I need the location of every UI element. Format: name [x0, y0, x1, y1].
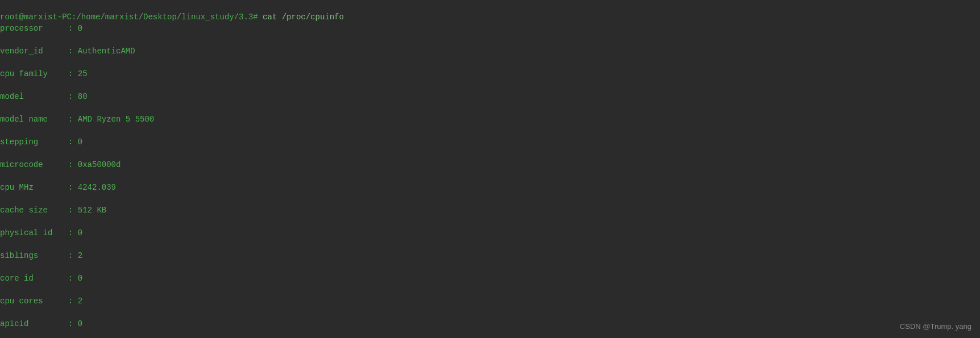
key-microcode: microcode: [0, 159, 68, 170]
val-processor: 0: [78, 24, 82, 33]
val-stepping: 0: [78, 137, 82, 147]
sep: :: [68, 47, 78, 56]
sep: :: [68, 115, 78, 124]
key-siblings: siblings: [0, 250, 68, 261]
val-model-name: AMD Ryzen 5 5500: [78, 115, 154, 124]
val-core-id: 0: [78, 274, 82, 283]
key-stepping: stepping: [0, 136, 68, 148]
key-processor: processor: [0, 23, 68, 34]
val-cpu-cores: 2: [78, 297, 82, 306]
sep: :: [68, 251, 78, 260]
key-cache-size: cache size: [0, 205, 68, 216]
row-cpu-cores: cpu cores: 2: [0, 295, 980, 307]
prompt-path: :/home/marxist/Desktop/linux_study/3.3#: [72, 12, 258, 22]
row-cpu-family: cpu family: 25: [0, 68, 980, 80]
key-cpu-family: cpu family: [0, 68, 68, 80]
row-vendor-id: vendor_id: AuthenticAMD: [0, 45, 980, 57]
row-apicid: apicid: 0: [0, 318, 980, 329]
key-physical-id: physical id: [0, 227, 68, 239]
row-microcode: microcode: 0xa50000d: [0, 159, 980, 170]
val-cache-size: 512 KB: [78, 206, 106, 215]
row-processor: processor: 0: [0, 23, 980, 34]
key-cpu-mhz: cpu MHz: [0, 182, 68, 193]
sep: :: [68, 206, 78, 215]
row-physical-id: physical id: 0: [0, 227, 980, 239]
sep: :: [68, 160, 78, 169]
val-physical-id: 0: [78, 228, 82, 237]
prompt-userhost: root@marxist-PC: [0, 12, 72, 22]
sep: :: [68, 24, 78, 33]
row-siblings: siblings: 2: [0, 250, 980, 261]
val-model: 80: [78, 92, 88, 101]
command-text: cat /proc/cpuinfo: [263, 12, 344, 22]
val-cpu-family: 25: [78, 69, 88, 78]
key-core-id: core id: [0, 273, 68, 284]
row-stepping: stepping: 0: [0, 136, 980, 148]
key-model: model: [0, 91, 68, 102]
val-siblings: 2: [78, 251, 82, 260]
key-apicid: apicid: [0, 318, 68, 329]
val-vendor-id: AuthenticAMD: [78, 47, 135, 56]
row-model: model: 80: [0, 91, 980, 102]
sep: :: [68, 274, 78, 283]
val-microcode: 0xa50000d: [78, 160, 121, 169]
row-cache-size: cache size: 512 KB: [0, 205, 980, 216]
terminal-output[interactable]: root@marxist-PC:/home/marxist/Desktop/li…: [0, 0, 980, 338]
val-cpu-mhz: 4242.039: [78, 183, 116, 192]
sep: :: [68, 137, 78, 147]
row-core-id: core id: 0: [0, 273, 980, 284]
row-cpu-mhz: cpu MHz: 4242.039: [0, 182, 980, 193]
val-apicid: 0: [78, 319, 82, 328]
sep: :: [68, 297, 78, 306]
key-model-name: model name: [0, 114, 68, 125]
row-model-name: model name: AMD Ryzen 5 5500: [0, 114, 980, 125]
key-cpu-cores: cpu cores: [0, 295, 68, 307]
sep: :: [68, 92, 78, 101]
sep: :: [68, 319, 78, 328]
sep: :: [68, 183, 78, 192]
shell-prompt: root@marxist-PC:/home/marxist/Desktop/li…: [0, 12, 344, 22]
key-vendor-id: vendor_id: [0, 45, 68, 57]
sep: :: [68, 228, 78, 237]
watermark-text: CSDN @Trump. yang: [900, 321, 971, 332]
sep: :: [68, 69, 78, 78]
